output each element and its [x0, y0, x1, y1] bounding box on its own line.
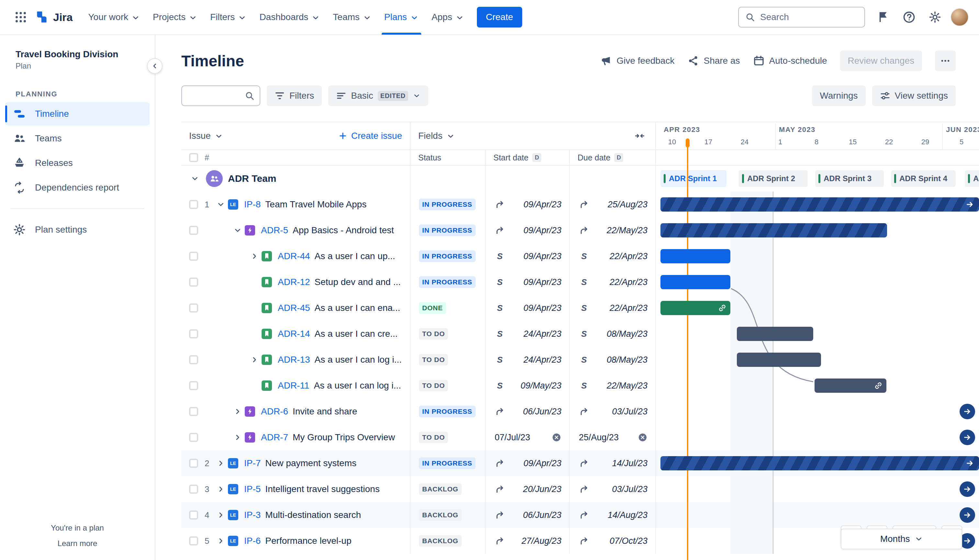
status-lozenge[interactable]: IN PROGRESS	[419, 276, 476, 288]
global-search-input[interactable]	[760, 12, 858, 22]
nav-item-projects[interactable]: Projects	[146, 0, 204, 35]
row-checkbox[interactable]	[189, 200, 198, 209]
gantt-bar-epic[interactable]	[660, 197, 979, 212]
status-lozenge[interactable]: IN PROGRESS	[419, 225, 476, 236]
issue-key-link[interactable]: ADR-13	[278, 355, 310, 365]
user-avatar[interactable]	[951, 8, 969, 26]
collapse-fields-button[interactable]	[632, 128, 648, 143]
create-button[interactable]: Create	[477, 7, 522, 27]
gantt-bar-done[interactable]	[660, 301, 730, 315]
remove-date-icon[interactable]	[638, 433, 648, 442]
expand-chevron[interactable]	[215, 483, 227, 495]
view-selector-button[interactable]: BasicEDITED	[328, 85, 428, 106]
collapse-chevron[interactable]	[215, 198, 227, 210]
status-lozenge[interactable]: BACKLOG	[419, 535, 462, 547]
status-lozenge[interactable]: IN PROGRESS	[419, 198, 476, 210]
row-checkbox[interactable]	[189, 433, 198, 442]
review-changes-button[interactable]: Review changes	[840, 50, 922, 71]
sprint-chip-adr-sprint-1[interactable]: ADR Sprint 1	[660, 170, 727, 187]
sidebar-item-releases[interactable]: Releases	[5, 152, 150, 175]
status-lozenge[interactable]: BACKLOG	[419, 483, 462, 495]
nav-item-apps[interactable]: Apps	[425, 0, 470, 35]
nav-item-dashboards[interactable]: Dashboards	[253, 0, 326, 35]
help-button[interactable]	[899, 7, 919, 27]
issue-key-link[interactable]: ADR-14	[278, 329, 310, 339]
expand-chevron[interactable]	[232, 406, 244, 417]
collapse-chevron[interactable]	[189, 173, 201, 184]
status-lozenge[interactable]: BACKLOG	[419, 509, 462, 521]
status-lozenge[interactable]: TO DO	[419, 380, 448, 392]
issue-key-link[interactable]: ADR-44	[278, 251, 310, 262]
nav-item-plans[interactable]: Plans	[378, 0, 425, 35]
more-options-button[interactable]	[935, 50, 956, 71]
expand-chevron[interactable]	[215, 535, 227, 547]
issue-header-dropdown[interactable]: Issue	[189, 131, 223, 141]
give-feedback-button[interactable]: Give feedback	[600, 55, 674, 67]
row-checkbox[interactable]	[189, 459, 198, 468]
collapse-sidebar-button[interactable]	[147, 58, 162, 74]
timeline-search-input[interactable]	[189, 91, 241, 101]
gantt-bar-epic[interactable]	[660, 223, 887, 237]
sidebar-item-dependencies-report[interactable]: Dependencies report	[5, 176, 150, 199]
collapse-chevron[interactable]	[232, 225, 244, 236]
expand-chevron[interactable]	[249, 250, 260, 262]
row-checkbox[interactable]	[189, 355, 198, 364]
nav-item-filters[interactable]: Filters	[204, 0, 253, 35]
issue-key-link[interactable]: ADR-45	[278, 303, 310, 313]
fields-header-dropdown[interactable]: Fields	[418, 131, 455, 141]
status-lozenge[interactable]: DONE	[419, 302, 446, 314]
gantt-bar-task[interactable]	[737, 327, 813, 341]
share-as-button[interactable]: Share as	[687, 55, 740, 67]
status-lozenge[interactable]: IN PROGRESS	[419, 406, 476, 417]
sidebar-item-timeline[interactable]: Timeline	[5, 102, 150, 125]
settings-button[interactable]	[925, 7, 946, 27]
sprint-chip-adr-sprint-3[interactable]: ADR Sprint 3	[815, 170, 884, 187]
offscreen-bar-arrow[interactable]	[960, 507, 975, 523]
column-header-start-date[interactable]: Start dateD	[486, 150, 570, 165]
zoom-level-select[interactable]: Months	[841, 528, 962, 549]
expand-chevron[interactable]	[215, 509, 227, 521]
sprint-chip-adr-sprint-2[interactable]: ADR Sprint 2	[739, 170, 807, 187]
status-lozenge[interactable]: IN PROGRESS	[419, 250, 476, 262]
issue-key-link[interactable]: IP-6	[244, 536, 261, 546]
row-checkbox[interactable]	[189, 226, 198, 235]
status-lozenge[interactable]: TO DO	[419, 328, 448, 340]
issue-key-link[interactable]: ADR-12	[278, 277, 310, 287]
jira-logo[interactable]: Jira	[35, 10, 73, 24]
issue-key-link[interactable]: ADR-6	[261, 406, 288, 417]
column-header-status[interactable]: Status	[411, 150, 486, 165]
gantt-bar-task[interactable]	[737, 353, 821, 367]
global-search[interactable]	[738, 7, 865, 27]
learn-more-link[interactable]: Learn more	[58, 539, 97, 548]
gantt-bar-story[interactable]	[660, 249, 730, 263]
create-issue-button[interactable]: Create issue	[338, 131, 402, 141]
sidebar-item-plan-settings[interactable]: Plan settings	[5, 218, 150, 241]
timeline-search[interactable]	[181, 85, 260, 106]
issue-key-link[interactable]: ADR-7	[261, 432, 288, 443]
row-checkbox[interactable]	[189, 485, 198, 494]
expand-chevron[interactable]	[232, 432, 244, 443]
issue-key-link[interactable]: IP-5	[244, 484, 261, 494]
row-checkbox[interactable]	[189, 329, 198, 338]
select-all-checkbox[interactable]	[189, 153, 198, 162]
issue-key-link[interactable]: IP-7	[244, 458, 261, 468]
issue-key-link[interactable]: IP-3	[244, 510, 261, 520]
row-checkbox[interactable]	[189, 278, 198, 287]
row-checkbox[interactable]	[189, 407, 198, 416]
column-header-due-date[interactable]: Due dateD	[570, 150, 656, 165]
expand-chevron[interactable]	[249, 354, 260, 365]
status-lozenge[interactable]: IN PROGRESS	[419, 457, 476, 469]
gantt-bar-story[interactable]	[660, 275, 730, 289]
remove-date-icon[interactable]	[552, 433, 561, 442]
view-settings-button[interactable]: View settings	[872, 85, 956, 106]
issue-key-link[interactable]: ADR-11	[278, 380, 309, 391]
issue-key-link[interactable]: ADR-5	[261, 225, 288, 235]
notifications-button[interactable]	[873, 7, 894, 27]
row-checkbox[interactable]	[189, 252, 198, 261]
sidebar-item-teams[interactable]: Teams	[5, 127, 150, 150]
gantt-bar-task[interactable]	[815, 378, 886, 393]
issue-key-link[interactable]: IP-8	[244, 199, 261, 210]
expand-chevron[interactable]	[215, 457, 227, 469]
offscreen-bar-arrow[interactable]	[960, 404, 975, 419]
row-checkbox[interactable]	[189, 510, 198, 520]
